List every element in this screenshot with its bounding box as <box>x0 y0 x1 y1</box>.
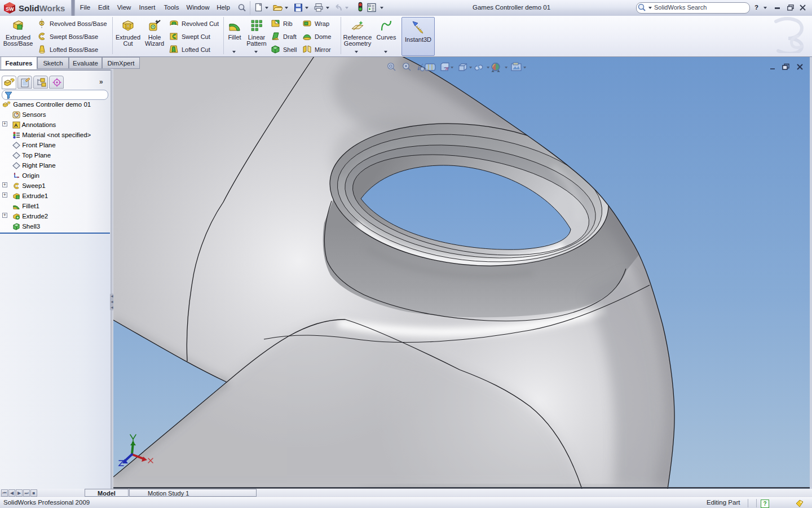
svg-text:SW: SW <box>6 6 14 12</box>
svg-text:A: A <box>14 122 18 128</box>
